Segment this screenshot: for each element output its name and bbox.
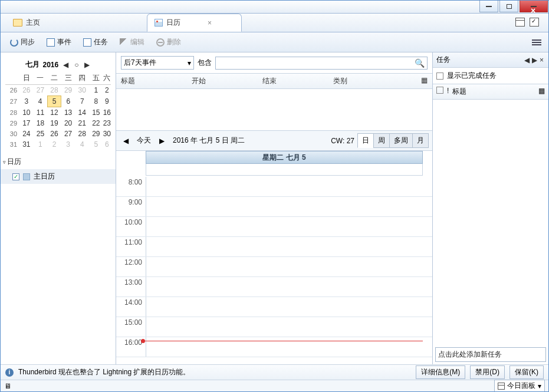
mini-day[interactable]: 5 bbox=[89, 139, 103, 150]
task-col-priority[interactable]: ! bbox=[447, 87, 449, 97]
mini-day[interactable]: 2 bbox=[103, 85, 111, 96]
mini-day[interactable]: 1 bbox=[34, 139, 48, 150]
task-list[interactable] bbox=[433, 100, 548, 345]
mini-day[interactable]: 4 bbox=[75, 139, 89, 150]
mini-day[interactable]: 29 bbox=[61, 85, 75, 96]
mini-day[interactable]: 30 bbox=[75, 85, 89, 96]
task-col-check[interactable] bbox=[436, 87, 443, 94]
mini-day[interactable]: 5 bbox=[47, 96, 61, 107]
view-multiweek[interactable]: 多周 bbox=[389, 133, 413, 148]
menu-button[interactable] bbox=[530, 37, 544, 48]
mini-day[interactable]: 28 bbox=[47, 85, 61, 96]
mini-day[interactable]: 11 bbox=[34, 107, 48, 118]
mini-day[interactable]: 27 bbox=[34, 85, 48, 96]
search-input[interactable]: 🔍 bbox=[215, 57, 428, 70]
tasks-prev-button[interactable]: ◀ bbox=[523, 56, 531, 64]
mini-day[interactable]: 3 bbox=[61, 139, 75, 150]
mini-day[interactable]: 16 bbox=[103, 107, 111, 118]
mini-day[interactable]: 9 bbox=[103, 96, 111, 107]
tasks-toggle-icon[interactable] bbox=[530, 18, 539, 27]
mini-day[interactable]: 17 bbox=[19, 118, 34, 129]
mini-day[interactable]: 29 bbox=[89, 129, 103, 139]
col-title[interactable]: 标题 bbox=[121, 76, 192, 86]
mini-day[interactable]: 7 bbox=[75, 96, 89, 107]
new-task-button[interactable]: 任务 bbox=[78, 35, 113, 50]
mini-next-button[interactable]: ▶ bbox=[83, 61, 91, 69]
delete-button[interactable]: 删除 bbox=[152, 35, 186, 50]
new-event-button[interactable]: 事件 bbox=[42, 35, 76, 50]
mini-day[interactable]: 21 bbox=[75, 118, 89, 129]
mini-day[interactable]: 19 bbox=[47, 118, 61, 129]
mini-day[interactable]: 23 bbox=[103, 118, 111, 129]
calendar-checkbox[interactable]: ✓ bbox=[12, 173, 19, 180]
hour-row[interactable]: 8:00 bbox=[116, 177, 432, 197]
mini-prev-button[interactable]: ◀ bbox=[62, 61, 70, 69]
task-col-title[interactable]: 标题 bbox=[452, 87, 538, 97]
mini-day[interactable]: 13 bbox=[61, 107, 75, 118]
calendar-toggle-icon[interactable] bbox=[515, 18, 525, 27]
mini-day[interactable]: 30 bbox=[103, 129, 111, 139]
tab-home[interactable]: 主页 bbox=[8, 14, 76, 32]
calendar-item-home[interactable]: ✓ 主日历 bbox=[1, 169, 116, 184]
mini-day[interactable]: 14 bbox=[75, 107, 89, 118]
mini-day[interactable]: 28 bbox=[75, 129, 89, 139]
col-picker-icon[interactable]: ▦ bbox=[421, 76, 428, 86]
view-day[interactable]: 日 bbox=[357, 133, 374, 148]
tab-calendar[interactable]: 日历 × bbox=[147, 14, 242, 32]
more-info-button[interactable]: 详细信息(M) bbox=[416, 365, 465, 379]
edit-button[interactable]: 编辑 bbox=[115, 35, 149, 50]
mini-day[interactable]: 8 bbox=[89, 96, 103, 107]
mini-day[interactable]: 24 bbox=[19, 129, 34, 139]
mini-today-button[interactable]: ○ bbox=[73, 61, 80, 69]
keep-button[interactable]: 保留(K) bbox=[509, 365, 544, 379]
hour-row[interactable]: 9:00 bbox=[116, 197, 432, 217]
event-list[interactable] bbox=[116, 89, 432, 130]
time-scroll[interactable]: 8:009:0010:0011:0012:0013:0014:0015:0016… bbox=[116, 177, 432, 364]
mini-day[interactable]: 25 bbox=[34, 129, 48, 139]
mini-day[interactable]: 2 bbox=[47, 139, 61, 150]
mini-day[interactable]: 15 bbox=[89, 107, 103, 118]
mini-day[interactable]: 27 bbox=[61, 129, 75, 139]
add-task-input[interactable]: 点击此处添加新任务 bbox=[435, 347, 546, 362]
calendars-heading[interactable]: ▿日历 bbox=[1, 154, 116, 169]
range-dropdown[interactable]: 后7天事件▾ bbox=[121, 56, 194, 70]
date-prev-button[interactable]: ◀ bbox=[120, 136, 132, 146]
mini-day[interactable]: 31 bbox=[19, 139, 34, 150]
hour-row[interactable]: 13:00 bbox=[116, 277, 432, 297]
date-next-button[interactable]: ▶ bbox=[156, 136, 168, 146]
today-button[interactable]: 今天 bbox=[132, 134, 156, 147]
col-end[interactable]: 结束 bbox=[262, 76, 333, 86]
mini-day[interactable]: 12 bbox=[47, 107, 61, 118]
col-category[interactable]: 类别 bbox=[333, 76, 421, 86]
mini-day[interactable]: 18 bbox=[34, 118, 48, 129]
tasks-next-button[interactable]: ▶ bbox=[531, 56, 538, 64]
view-month[interactable]: 月 bbox=[412, 133, 429, 148]
mini-day[interactable]: 1 bbox=[89, 85, 103, 96]
hour-row[interactable]: 15:00 bbox=[116, 317, 432, 337]
today-panel-button[interactable]: 今日面板 ▾ bbox=[494, 380, 545, 392]
window-maximize[interactable] bbox=[499, 1, 518, 12]
allday-row[interactable] bbox=[146, 164, 423, 176]
task-col-picker-icon[interactable]: ▦ bbox=[538, 87, 545, 97]
mini-day[interactable]: 6 bbox=[61, 96, 75, 107]
show-done-checkbox[interactable] bbox=[436, 73, 443, 80]
hour-row[interactable]: 14:00 bbox=[116, 297, 432, 317]
hour-row[interactable]: 11:00 bbox=[116, 237, 432, 257]
mini-day[interactable]: 26 bbox=[19, 85, 34, 96]
mini-day[interactable]: 4 bbox=[34, 96, 48, 107]
mini-day[interactable]: 22 bbox=[89, 118, 103, 129]
sync-button[interactable]: 同步 bbox=[5, 35, 40, 50]
mini-day[interactable]: 20 bbox=[61, 118, 75, 129]
mini-day[interactable]: 26 bbox=[47, 129, 61, 139]
mini-day[interactable]: 3 bbox=[19, 96, 34, 107]
tasks-close-button[interactable]: × bbox=[538, 56, 545, 64]
window-minimize[interactable] bbox=[479, 1, 498, 12]
disable-button[interactable]: 禁用(D) bbox=[470, 365, 505, 379]
view-week[interactable]: 周 bbox=[373, 133, 390, 148]
mini-day[interactable]: 10 bbox=[19, 107, 34, 118]
mini-day[interactable]: 6 bbox=[103, 139, 111, 150]
hour-row[interactable]: 12:00 bbox=[116, 257, 432, 277]
window-close[interactable]: × bbox=[520, 1, 548, 12]
hour-row[interactable]: 10:00 bbox=[116, 217, 432, 237]
col-start[interactable]: 开始 bbox=[192, 76, 262, 86]
